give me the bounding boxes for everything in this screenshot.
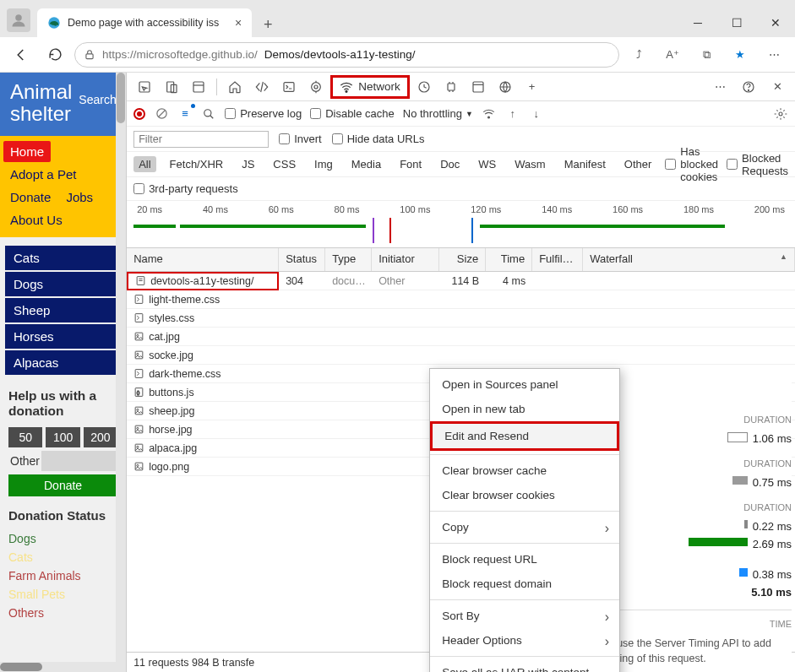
- tab-close-icon[interactable]: ×: [235, 16, 242, 30]
- type-all[interactable]: All: [133, 156, 155, 172]
- welcome-tab-icon[interactable]: [222, 75, 248, 99]
- network-settings-icon[interactable]: [773, 106, 788, 122]
- nav-donate[interactable]: Donate: [3, 187, 57, 208]
- donate-other-input[interactable]: [41, 451, 117, 471]
- type-doc[interactable]: Doc: [435, 156, 465, 172]
- enter-button[interactable]: ⤴: [624, 41, 653, 69]
- cm-sort-by[interactable]: Sort By: [430, 604, 619, 628]
- table-row[interactable]: light-theme.css: [127, 290, 795, 309]
- donate-100[interactable]: 100: [46, 427, 79, 447]
- memory-tab-icon[interactable]: [438, 75, 464, 99]
- category-horses[interactable]: Horses: [5, 324, 121, 349]
- favorite-button[interactable]: ★: [726, 41, 754, 69]
- table-row[interactable]: cat.jpg: [127, 328, 795, 346]
- col-time[interactable]: Time: [486, 248, 532, 271]
- record-button[interactable]: [133, 108, 145, 120]
- category-sheep[interactable]: Sheep: [5, 298, 121, 322]
- nav-home[interactable]: Home: [3, 141, 51, 162]
- type-manifest[interactable]: Manifest: [559, 156, 611, 172]
- col-initiator[interactable]: Initiator: [372, 248, 439, 271]
- disable-cache-checkbox[interactable]: Disable cache: [310, 107, 395, 120]
- hide-urls-checkbox[interactable]: Hide data URLs: [332, 133, 425, 145]
- type-other[interactable]: Other: [619, 156, 657, 172]
- new-tab-button[interactable]: +: [255, 12, 280, 37]
- nav-jobs[interactable]: Jobs: [59, 187, 100, 208]
- throttling-select[interactable]: No throttling ▼: [403, 107, 473, 120]
- donate-200[interactable]: 200: [84, 427, 117, 447]
- category-dogs[interactable]: Dogs: [5, 272, 121, 296]
- col-type[interactable]: Type: [325, 248, 372, 271]
- col-name[interactable]: Name: [127, 248, 279, 271]
- table-row[interactable]: socke.jpg: [127, 346, 795, 365]
- donate-50[interactable]: 50: [8, 427, 42, 447]
- more-button[interactable]: ⋯: [760, 41, 788, 69]
- col-fulfilled[interactable]: Fulfille...: [532, 248, 583, 271]
- network-tab[interactable]: Network: [330, 75, 410, 99]
- back-button[interactable]: [7, 41, 35, 69]
- maximize-button[interactable]: ☐: [717, 8, 756, 37]
- url-input[interactable]: https://microsoftedge.github.io/Demos/de…: [74, 42, 619, 68]
- filter-input[interactable]: [133, 131, 269, 148]
- device-icon[interactable]: [159, 75, 184, 99]
- network-conditions-icon[interactable]: [482, 106, 497, 122]
- type-font[interactable]: Font: [395, 156, 427, 172]
- type-img[interactable]: Img: [309, 156, 338, 172]
- category-alpacas[interactable]: Alpacas: [5, 350, 121, 375]
- type-css[interactable]: CSS: [268, 156, 301, 172]
- cm-open-sources[interactable]: Open in Sources panel: [430, 372, 619, 397]
- nav-adopt[interactable]: Adopt a Pet: [3, 164, 83, 185]
- cm-edit-resend[interactable]: Edit and Resend: [430, 421, 619, 451]
- col-size[interactable]: Size: [439, 248, 486, 271]
- sources-tab-icon[interactable]: [303, 75, 329, 99]
- cm-header-options[interactable]: Header Options: [430, 628, 619, 653]
- page-vscrollbar[interactable]: [116, 73, 126, 672]
- inspect-icon[interactable]: [132, 75, 157, 99]
- import-har-icon[interactable]: ↑: [505, 106, 520, 122]
- application-tab-icon[interactable]: [466, 75, 491, 99]
- category-cats[interactable]: Cats: [5, 246, 121, 270]
- devtools-close-icon[interactable]: ✕: [765, 75, 790, 99]
- close-window-button[interactable]: ✕: [756, 8, 795, 37]
- cm-block-url[interactable]: Block request URL: [430, 547, 619, 572]
- export-har-icon[interactable]: ↓: [529, 106, 544, 122]
- table-row[interactable]: devtools-a11y-testing/304docu…Other114 B…: [127, 272, 795, 290]
- cm-open-new-tab[interactable]: Open in new tab: [430, 397, 619, 421]
- browser-tab[interactable]: Demo page with accessibility iss ×: [37, 8, 252, 37]
- search-icon[interactable]: [201, 106, 216, 122]
- preserve-log-checkbox[interactable]: Preserve log: [225, 107, 302, 120]
- refresh-button[interactable]: [41, 41, 69, 69]
- col-status[interactable]: Status: [279, 248, 325, 271]
- type-media[interactable]: Media: [346, 156, 386, 172]
- cm-block-domain[interactable]: Block request domain: [430, 572, 619, 596]
- cm-copy[interactable]: Copy: [430, 515, 619, 539]
- nav-about[interactable]: About Us: [3, 209, 123, 230]
- third-party-checkbox[interactable]: 3rd-party requests: [133, 182, 238, 195]
- invert-checkbox[interactable]: Invert: [279, 133, 322, 145]
- type-fetch[interactable]: Fetch/XHR: [165, 156, 229, 172]
- donate-button[interactable]: Donate: [8, 474, 117, 496]
- profile-avatar[interactable]: [7, 8, 30, 32]
- minimize-button[interactable]: ─: [678, 8, 717, 37]
- collections-button[interactable]: ⧉: [692, 41, 721, 69]
- clear-button[interactable]: [154, 106, 169, 122]
- table-row[interactable]: styles.css: [127, 309, 795, 328]
- more-tabs-button[interactable]: +: [520, 75, 545, 99]
- dock-icon[interactable]: [186, 75, 211, 99]
- cm-clear-cookies[interactable]: Clear browser cookies: [430, 483, 619, 507]
- console-tab-icon[interactable]: [276, 75, 302, 99]
- cm-clear-cache[interactable]: Clear browser cache: [430, 458, 619, 483]
- type-wasm[interactable]: Wasm: [509, 156, 550, 172]
- col-waterfall[interactable]: Waterfall: [583, 248, 795, 271]
- elements-tab-icon[interactable]: [249, 75, 275, 99]
- type-js[interactable]: JS: [237, 156, 259, 172]
- type-ws[interactable]: WS: [473, 156, 501, 172]
- filter-toggle-icon[interactable]: ≡: [177, 106, 193, 122]
- devtools-more-icon[interactable]: ⋯: [707, 75, 732, 99]
- network-timeline[interactable]: 20 ms 40 ms 60 ms 80 ms 100 ms 120 ms 14…: [127, 201, 795, 248]
- page-hscrollbar[interactable]: [0, 662, 116, 672]
- read-aloud-button[interactable]: A⁺: [658, 41, 687, 69]
- cm-save-har[interactable]: Save all as HAR with content: [430, 660, 619, 672]
- performance-tab-icon[interactable]: [411, 75, 437, 99]
- security-tab-icon[interactable]: [493, 75, 518, 99]
- blocked-requests-checkbox[interactable]: Blocked Requests: [727, 152, 788, 177]
